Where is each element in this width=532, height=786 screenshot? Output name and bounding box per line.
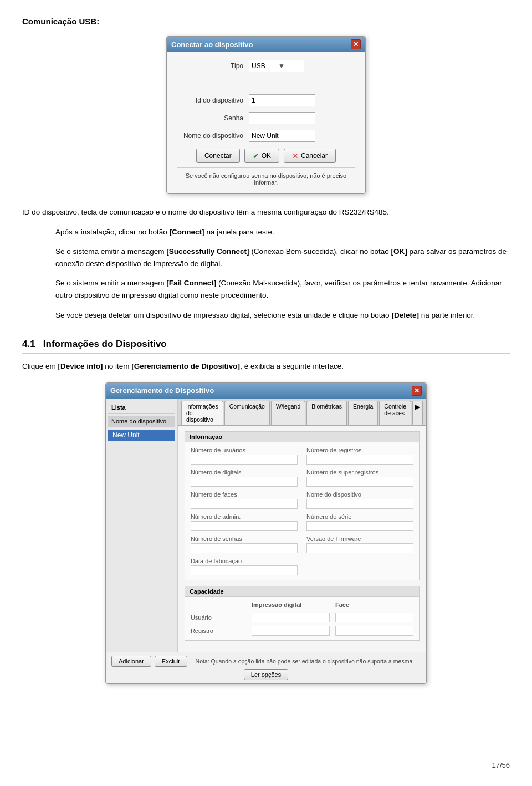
excluir-button[interactable]: Excluir (155, 656, 187, 667)
num-admin-field: Número de admin. (191, 513, 298, 531)
tipo-row: Tipo USB ▼ (177, 60, 355, 72)
usb-body3-text: Se o sistema emitir a mensagem [Successf… (55, 246, 510, 269)
tipo-label: Tipo (177, 62, 243, 70)
tab-biometricas[interactable]: Biométricas (306, 401, 347, 425)
num-serie-field: Número de série (306, 513, 413, 531)
data-fabricacao-value (191, 565, 298, 575)
sidebar-lista-label: Lista (108, 402, 175, 414)
gerenciamento-titlebar: Gerenciamento de Dispositivo ✕ (106, 383, 426, 399)
cancelar-button[interactable]: ✕ Cancelar (284, 149, 336, 163)
usb-body4: Se o sistema emitir a mensagem [Fail Con… (55, 277, 510, 301)
usb-body4-prefix: Se o sistema emitir a mensagem (55, 279, 166, 287)
nome-dispositivo-info-value (306, 499, 413, 509)
usb-body2-prefix: Após a instalação, clicar no botão (55, 228, 170, 236)
tab-energia[interactable]: Energia (348, 401, 378, 425)
capacidade-group: Capacidade Impressão digital Face Usuári… (185, 586, 420, 641)
impressao-col-label: Impressão digital (252, 601, 330, 608)
device-info-bold: [Device info] (58, 362, 103, 370)
usb-body5-text: Se você deseja deletar um dispositivo de… (55, 309, 510, 321)
desc-prefix: Clique em (22, 362, 58, 370)
ok-button[interactable]: ✔ OK (244, 149, 279, 163)
capacidade-content: Impressão digital Face Usuário Registro (185, 597, 419, 640)
usb-body4-bold: [Fail Connect] (166, 279, 216, 287)
tab-informacoes[interactable]: Informações do dispositivo (181, 401, 223, 425)
num-digitais-value (191, 477, 298, 487)
footer-left-buttons: Adicionar Excluir (111, 656, 187, 667)
usb-body5: Se você deseja deletar um dispositivo de… (55, 309, 510, 321)
desc-suffix: , é exibida a seguinte interface. (240, 362, 344, 370)
capacidade-title: Capacidade (185, 586, 419, 597)
nome-dispositivo-input[interactable] (249, 130, 315, 142)
num-registros-value (306, 455, 413, 465)
num-registros-label: Número de registros (306, 447, 413, 453)
usb-section-heading: Comunicação USB: (22, 17, 510, 26)
connect-dialog-body: Tipo USB ▼ Id do dispositivo Senha Nome (167, 52, 365, 193)
senha-input[interactable] (249, 112, 315, 124)
gerenciamento-footer: Adicionar Excluir Nota: Quando a opção l… (106, 652, 426, 683)
num-serie-label: Número de série (306, 513, 413, 520)
usb-body2-text: Após a instalação, clicar no botão [Conn… (55, 226, 510, 238)
id-dispositivo-row: Id do dispositivo (177, 94, 355, 106)
num-digitais-label: Número de digitais (191, 469, 298, 476)
usb-body3-mid: (Conexão Bem-sucedida), clicar no botão (249, 247, 391, 256)
gerenciamento-main: Informações do dispositivo Comunicação W… (178, 399, 426, 652)
id-dispositivo-label: Id do dispositivo (177, 96, 243, 104)
num-usuarios-label: Número de usuários (191, 447, 298, 453)
sidebar-new-unit[interactable]: New Unit (108, 430, 175, 441)
ler-opcoes-button[interactable]: Ler opções (244, 669, 288, 680)
usb-body3-prefix: Se o sistema emitir a mensagem (55, 247, 166, 256)
id-dispositivo-input[interactable] (249, 94, 315, 106)
num-registros-field: Número de registros (306, 447, 413, 465)
senha-row: Senha (177, 112, 355, 124)
connect-dialog: Conectar ao dispositivo ✕ Tipo USB ▼ Id … (166, 36, 366, 194)
informacao-group-title: Informação (185, 432, 419, 442)
informacao-group: Informação Número de usuários Número de … (185, 431, 420, 580)
connect-dialog-buttons: Conectar ✔ OK ✕ Cancelar (177, 149, 355, 163)
data-fabricacao-field: Data de fabricação (191, 558, 298, 575)
tab-controle[interactable]: Controle de aces (379, 401, 411, 425)
ler-opcoes-row: Ler opções (111, 669, 421, 680)
gerenciamento-tabs: Informações do dispositivo Comunicação W… (178, 399, 426, 426)
section-4-1-desc: Clique em [Device info] no item [Gerenci… (22, 360, 510, 372)
gerenciamento-content: Informação Número de usuários Número de … (178, 426, 426, 652)
num-serie-value (306, 521, 413, 531)
adicionar-button[interactable]: Adicionar (111, 656, 151, 667)
nome-dispositivo-field: Nome do dispositivo (306, 491, 413, 509)
num-usuarios-field: Número de usuários (191, 447, 298, 465)
gerenciamento-body: Lista Nome do dispositivo New Unit Infor… (106, 399, 426, 652)
dialog2-wrapper: Gerenciamento de Dispositivo ✕ Lista Nom… (22, 382, 510, 684)
nome-dispositivo-row: Nome do dispositivo (177, 130, 355, 142)
num-super-registros-label: Número de super registros (306, 469, 413, 476)
usb-body3-bold1: [Successfully Connect] (166, 247, 249, 256)
footer-note: Nota: Quando a opção lida não pode ser e… (187, 658, 421, 665)
usb-body3-bold2: [OK] (391, 247, 407, 256)
usuario-impressao-value (252, 613, 330, 622)
usb-body2: Após a instalação, clicar no botão [Conn… (55, 226, 510, 238)
usb-body5-suffix: na parte inferior. (419, 311, 475, 319)
tab-more-button[interactable]: ▶ (412, 401, 423, 425)
num-digitais-field: Número de digitais (191, 469, 298, 487)
usb-body5-prefix: Se você deseja deletar um dispositivo de… (55, 311, 391, 319)
tab-comunicacao[interactable]: Comunicação (224, 401, 270, 425)
connect-dialog-close-button[interactable]: ✕ (351, 39, 361, 49)
tab-wiegand[interactable]: W/iegand (271, 401, 305, 425)
versao-firmware-field: Versão de Firmware (306, 535, 413, 553)
tipo-select[interactable]: USB ▼ (249, 60, 304, 72)
num-usuarios-value (191, 455, 298, 465)
gerenciamento-title: Gerenciamento de Dispositivo (110, 386, 214, 395)
usuario-face-value (335, 613, 413, 622)
section-title: Informações do Dispositivo (43, 339, 167, 349)
data-fabricacao-label: Data de fabricação (191, 558, 298, 564)
conectar-label: Conectar (204, 152, 232, 160)
ok-check-icon: ✔ (253, 151, 259, 160)
connect-dialog-note: Se você não configurou senha no disposit… (177, 167, 355, 186)
gerenciamento-close-button[interactable]: ✕ (412, 386, 422, 396)
usb-body3: Se o sistema emitir a mensagem [Successf… (55, 246, 510, 269)
num-super-registros-field: Número de super registros (306, 469, 413, 487)
registro-row-label: Registro (191, 627, 246, 634)
tipo-dropdown-arrow: ▼ (278, 62, 301, 70)
section-4-1: 4.1 Informações do Dispositivo Clique em… (22, 339, 510, 372)
nome-dispositivo-label: Nome do dispositivo (177, 132, 243, 140)
num-senhas-value (191, 543, 298, 553)
conectar-button[interactable]: Conectar (196, 149, 240, 163)
